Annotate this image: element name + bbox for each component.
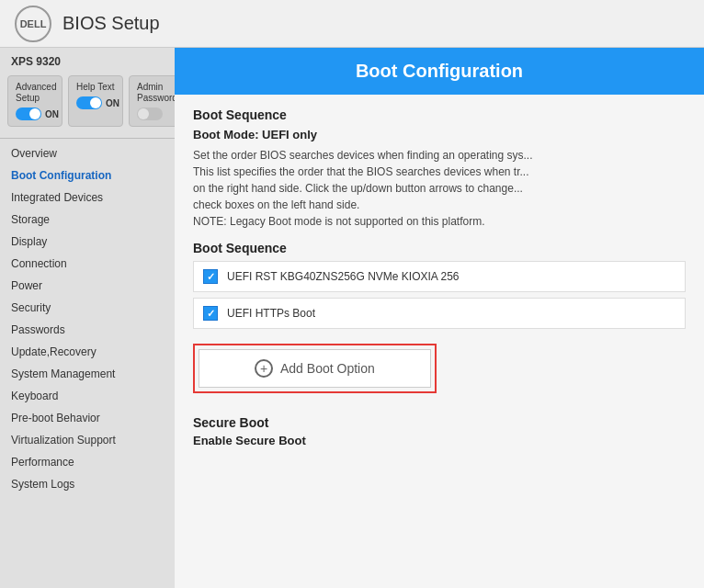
admin-password-control: AdminPassword [129,75,175,127]
device-name: XPS 9320 [0,48,175,72]
sidebar-item-pre-boot-behavior[interactable]: Pre-boot Behavior [0,407,175,429]
sidebar-item-connection[interactable]: Connection [0,253,175,275]
sidebar-item-boot-configuration[interactable]: Boot Configuration [0,164,175,187]
sidebar-item-overview[interactable]: Overview [0,142,175,164]
sidebar-item-security[interactable]: Security [0,297,175,319]
advanced-setup-control: AdvancedSetup ON [7,75,62,127]
help-text-control: Help Text ON [68,75,123,127]
uefi-https-checkbox[interactable] [203,306,218,321]
main-layout: XPS 9320 AdvancedSetup ON Help Text [0,48,704,588]
help-text-state: ON [106,98,119,108]
header: DELL BIOS Setup [0,0,704,48]
boot-item-uefi-rst[interactable]: UEFI RST KBG40ZNS256G NVMe KIOXIA 256 [193,261,686,292]
content-area: Boot Configuration Boot Sequence Boot Mo… [175,48,704,588]
sidebar-item-system-logs[interactable]: System Logs [0,473,175,495]
boot-item-uefi-https[interactable]: UEFI HTTPs Boot [193,298,686,329]
add-boot-option-highlight: + Add Boot Option [193,344,437,393]
enable-secure-boot-label: Enable Secure Boot [193,434,686,447]
help-text-toggle[interactable]: ON [76,96,119,109]
sidebar-item-update-recovery[interactable]: Update,Recovery [0,341,175,363]
help-text-track[interactable] [76,96,102,109]
sidebar-item-integrated-devices[interactable]: Integrated Devices [0,187,175,209]
sidebar-item-performance[interactable]: Performance [0,451,175,473]
uefi-https-label: UEFI HTTPs Boot [227,307,315,320]
sidebar-item-keyboard[interactable]: Keyboard [0,385,175,407]
secure-boot-section: Secure Boot Enable Secure Boot [193,415,686,447]
advanced-setup-thumb [29,108,40,119]
uefi-rst-label: UEFI RST KBG40ZNS256G NVMe KIOXIA 256 [227,270,460,283]
sidebar-divider [0,138,175,139]
uefi-rst-checkbox[interactable] [203,269,218,284]
sidebar-nav: Overview Boot Configuration Integrated D… [0,142,175,495]
sidebar-item-display[interactable]: Display [0,231,175,253]
admin-password-thumb [138,108,149,119]
advanced-setup-label: AdvancedSetup [16,82,56,104]
plus-circle-icon: + [255,359,273,378]
sidebar-item-power[interactable]: Power [0,275,175,297]
content-title: Boot Configuration [175,48,704,95]
sidebar-controls: AdvancedSetup ON Help Text ON [0,72,175,134]
sidebar-item-system-management[interactable]: System Management [0,363,175,385]
app-title: BIOS Setup [62,13,160,34]
admin-password-track[interactable] [137,107,163,120]
help-text-label: Help Text [76,82,115,93]
dell-logo-icon: DELL [15,6,51,42]
boot-sequence-section-title: Boot Sequence [193,107,686,122]
sidebar-item-storage[interactable]: Storage [0,209,175,231]
secure-boot-title: Secure Boot [193,415,686,430]
boot-description: Set the order BIOS searches devices when… [193,147,686,230]
advanced-setup-state: ON [45,109,59,119]
boot-sequence-subtitle: Boot Sequence [193,241,686,255]
sidebar-item-passwords[interactable]: Passwords [0,319,175,341]
advanced-setup-track[interactable] [16,107,41,120]
add-boot-option-button[interactable]: + Add Boot Option [199,349,431,388]
help-text-thumb [90,97,101,108]
admin-password-label: AdminPassword [137,82,175,104]
boot-mode-label: Boot Mode: UEFI only [193,128,686,141]
admin-password-toggle[interactable] [137,107,163,120]
boot-sequence-list: UEFI RST KBG40ZNS256G NVMe KIOXIA 256 UE… [193,261,686,329]
add-boot-option-label: Add Boot Option [280,361,375,376]
advanced-setup-toggle[interactable]: ON [16,107,59,120]
content-body: Boot Sequence Boot Mode: UEFI only Set t… [175,95,704,460]
sidebar: XPS 9320 AdvancedSetup ON Help Text [0,48,175,588]
sidebar-item-virtualization-support[interactable]: Virtualization Support [0,429,175,451]
